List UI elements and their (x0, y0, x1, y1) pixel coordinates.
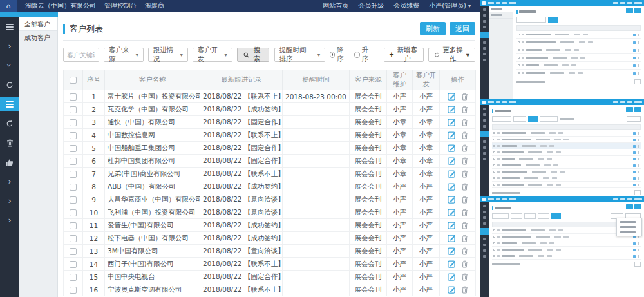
search-button[interactable]: 搜索 (237, 48, 269, 62)
thumbs-up-icon[interactable] (0, 155, 19, 169)
row-checkbox[interactable] (70, 196, 77, 204)
edit-button[interactable] (448, 131, 456, 139)
edit-button[interactable] (448, 273, 456, 281)
delete-button[interactable] (461, 286, 468, 294)
cell-customer-name[interactable]: 松下电器（中国）有限公司 (105, 232, 200, 245)
home-icon[interactable]: ⌂ (0, 0, 17, 12)
chevron-right-icon-4[interactable]: › (0, 213, 19, 227)
edit-button[interactable] (448, 105, 456, 113)
cell-customer-name[interactable]: 大昌华嘉商业（中国）有限公司 (105, 193, 200, 206)
sidebar-item-all-customers[interactable]: 全部客户 (19, 17, 57, 31)
edit-button[interactable] (448, 182, 456, 191)
more-operations-button[interactable]: 更多操作▾ (428, 48, 475, 62)
nav-website-home[interactable]: 网站首页 (323, 1, 348, 10)
nav-console[interactable]: 管理控制台 (104, 1, 137, 10)
delete-button[interactable] (461, 196, 468, 204)
source-select[interactable]: 客户来源▾ (104, 48, 144, 62)
row-checkbox[interactable] (70, 119, 77, 126)
row-checkbox[interactable] (70, 261, 77, 268)
preview-window-3[interactable] (480, 196, 644, 297)
cell-customer-name[interactable]: 中国中央电视台 (105, 271, 200, 283)
cell-customer-name[interactable]: ABB（中国）有限公司 (105, 180, 200, 193)
cell-customer-name[interactable]: 富士胶片（中国）投资有限公司 (105, 90, 200, 103)
cell-customer-name[interactable]: 3M中国有限公司 (105, 245, 200, 258)
delete-button[interactable] (461, 222, 468, 229)
row-checkbox[interactable] (70, 274, 77, 281)
row-checkbox[interactable] (70, 171, 77, 178)
cell-customer-name[interactable]: 爱普生(中国)有限公司 (105, 219, 200, 232)
edit-button[interactable] (448, 247, 456, 255)
cell-customer-name[interactable]: 通快（中国）有限公司 (105, 116, 200, 129)
remind-sort-select[interactable]: 提醒时间排序▾ (274, 48, 325, 62)
row-checkbox[interactable] (70, 248, 77, 255)
delete-button[interactable] (461, 273, 468, 281)
chevron-right-icon-3[interactable]: › (0, 194, 19, 207)
delete-button[interactable] (461, 119, 468, 126)
row-checkbox[interactable] (70, 222, 77, 229)
delete-button[interactable] (461, 93, 468, 101)
preview-window-1[interactable] (480, 0, 644, 99)
chevron-right-icon-2[interactable]: › (0, 175, 19, 188)
edit-button[interactable] (448, 118, 456, 126)
refresh-button[interactable]: 刷新 (420, 22, 446, 35)
delete-button[interactable] (461, 183, 468, 191)
row-checkbox[interactable] (70, 132, 77, 139)
row-checkbox[interactable] (70, 235, 77, 242)
nav-brand[interactable]: 淘聚商 (145, 1, 164, 10)
chevron-down-icon[interactable]: › (0, 59, 19, 72)
edit-button[interactable] (448, 157, 456, 165)
user-menu[interactable]: 小严(管理员)▾ (429, 1, 471, 10)
edit-button[interactable] (448, 208, 456, 216)
edit-button[interactable] (448, 92, 456, 101)
cell-customer-name[interactable]: 飞利浦（中国）投资有限公司 (105, 206, 200, 219)
cell-customer-name[interactable]: 中国数控信息网 (105, 129, 200, 142)
nav-member-renew[interactable]: 会员续费 (393, 1, 419, 10)
keyword-input[interactable] (63, 48, 99, 62)
edit-button[interactable] (448, 285, 456, 294)
cell-customer-name[interactable]: 中国船舶重工集团公司 (105, 142, 200, 155)
delete-button[interactable] (461, 260, 468, 268)
follow-status-select[interactable]: 跟进情况▾ (148, 48, 188, 62)
row-checkbox[interactable] (70, 145, 77, 152)
delete-button[interactable] (461, 170, 468, 178)
chevron-right-icon[interactable]: › (0, 39, 19, 53)
add-customer-button[interactable]: +新增客户 (384, 48, 424, 62)
delete-button[interactable] (461, 157, 468, 165)
nav-member-upgrade[interactable]: 会员升级 (358, 1, 384, 10)
cell-customer-name[interactable]: 宁波奥克斯空调有限公司 (105, 283, 200, 296)
edit-button[interactable] (448, 234, 456, 242)
edit-button[interactable] (448, 195, 456, 204)
row-checkbox[interactable] (70, 184, 77, 191)
edit-button[interactable] (448, 221, 456, 229)
preview-window-2[interactable] (480, 99, 644, 196)
edit-button[interactable] (448, 169, 456, 178)
select-all-checkbox[interactable] (70, 77, 77, 84)
row-checkbox[interactable] (70, 209, 77, 216)
cell-customer-name[interactable]: 杜邦中国集团有限公司 (105, 155, 200, 168)
delete-button[interactable] (461, 144, 468, 152)
row-checkbox[interactable] (70, 93, 77, 101)
menu-icon[interactable] (0, 20, 19, 34)
delete-button[interactable] (461, 247, 468, 255)
row-checkbox[interactable] (70, 287, 77, 294)
edit-button[interactable] (448, 260, 456, 268)
cell-customer-name[interactable]: 兄弟(中国)商业有限公司 (105, 168, 200, 180)
delete-button[interactable] (461, 209, 468, 216)
row-checkbox[interactable] (70, 158, 77, 165)
delete-button[interactable] (461, 106, 468, 113)
developer-select[interactable]: 客户开发▾ (193, 48, 232, 62)
customer-list-icon[interactable] (0, 97, 19, 111)
cell-customer-name[interactable]: 瓦克化学（中国）有限公司 (105, 103, 200, 116)
edit-button[interactable] (448, 144, 456, 152)
sort-desc-radio[interactable]: 降序 (330, 46, 348, 64)
trash-icon[interactable] (0, 136, 19, 149)
back-button[interactable]: 返回 (450, 22, 475, 35)
delete-button[interactable] (461, 131, 468, 139)
sort-asc-radio[interactable]: 升序 (354, 46, 372, 64)
sidebar-item-success-customers[interactable]: 成功客户 (19, 31, 57, 44)
cell-customer-name[interactable]: 西门子(中国)有限公司 (105, 258, 200, 271)
logout-icon[interactable] (0, 117, 19, 130)
delete-button[interactable] (461, 235, 468, 242)
row-checkbox[interactable] (70, 106, 77, 113)
sync-icon[interactable] (0, 78, 19, 91)
